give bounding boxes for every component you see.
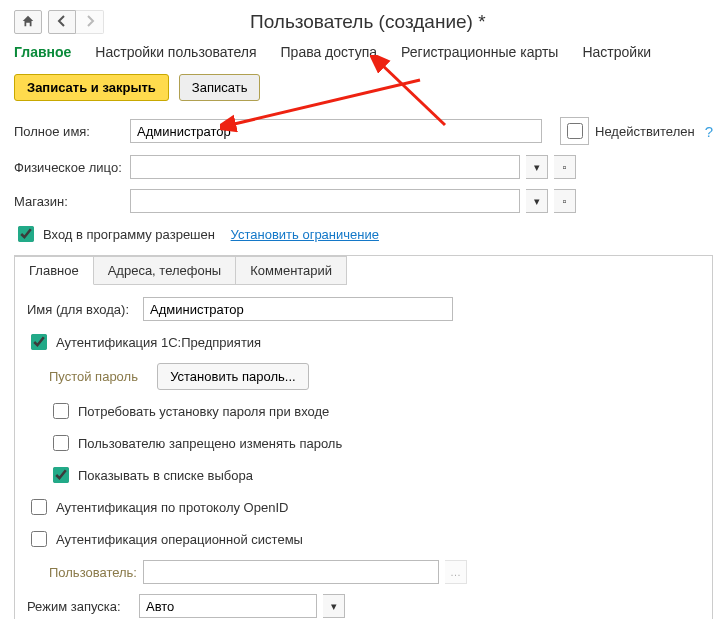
ellipsis-icon: …	[450, 566, 461, 578]
run-mode-dropdown-button[interactable]: ▾	[323, 594, 345, 618]
login-name-input[interactable]	[143, 297, 453, 321]
run-mode-select[interactable]	[139, 594, 317, 618]
home-button[interactable]	[14, 10, 42, 34]
store-open-button[interactable]: ▫	[554, 189, 576, 213]
tab-settings[interactable]: Настройки	[582, 44, 651, 60]
arrow-right-icon	[84, 15, 96, 30]
store-dropdown-button[interactable]: ▾	[526, 189, 548, 213]
store-label: Магазин:	[14, 194, 124, 209]
os-user-picker-button: …	[445, 560, 467, 584]
store-input[interactable]	[130, 189, 520, 213]
empty-password-label: Пустой пароль	[49, 369, 138, 384]
os-user-label: Пользователь:	[49, 565, 137, 580]
tab-reg-cards[interactable]: Регистрационные карты	[401, 44, 558, 60]
tab-user-settings[interactable]: Настройки пользователя	[95, 44, 256, 60]
main-panel: Главное Адреса, телефоны Комментарий Имя…	[14, 255, 713, 619]
login-allowed-label: Вход в программу разрешен	[43, 227, 215, 242]
login-allowed-checkbox[interactable]	[18, 226, 34, 242]
save-and-close-button[interactable]: Записать и закрыть	[14, 74, 169, 101]
person-dropdown-button[interactable]: ▾	[526, 155, 548, 179]
save-button[interactable]: Записать	[179, 74, 261, 101]
inner-tab-comment[interactable]: Комментарий	[236, 256, 347, 285]
forbid-pw-change-checkbox[interactable]	[53, 435, 69, 451]
inner-tab-addresses[interactable]: Адреса, телефоны	[94, 256, 237, 285]
require-pw-change-label: Потребовать установку пароля при входе	[78, 404, 329, 419]
top-tabs: Главное Настройки пользователя Права дос…	[14, 44, 713, 60]
chevron-down-icon: ▾	[331, 600, 337, 613]
invalid-label: Недействителен	[595, 124, 695, 139]
tab-main[interactable]: Главное	[14, 44, 71, 60]
page-title: Пользователь (создание) *	[250, 11, 486, 33]
auth-1c-checkbox[interactable]	[31, 334, 47, 350]
home-icon	[21, 14, 35, 31]
tab-access-rights[interactable]: Права доступа	[281, 44, 377, 60]
show-in-list-label: Показывать в списке выбора	[78, 468, 253, 483]
forward-button	[76, 10, 104, 34]
chevron-down-icon: ▾	[534, 195, 540, 208]
person-open-button[interactable]: ▫	[554, 155, 576, 179]
help-icon[interactable]: ?	[705, 123, 713, 140]
inner-tab-main[interactable]: Главное	[15, 256, 94, 285]
os-user-input	[143, 560, 439, 584]
auth-openid-checkbox[interactable]	[31, 499, 47, 515]
person-label: Физическое лицо:	[14, 160, 124, 175]
open-icon: ▫	[563, 161, 567, 173]
auth-openid-label: Аутентификация по протоколу OpenID	[56, 500, 288, 515]
show-in-list-checkbox[interactable]	[53, 467, 69, 483]
login-name-label: Имя (для входа):	[27, 302, 137, 317]
auth-1c-label: Аутентификация 1С:Предприятия	[56, 335, 261, 350]
run-mode-label: Режим запуска:	[27, 599, 133, 614]
full-name-input[interactable]	[130, 119, 542, 143]
forbid-pw-change-label: Пользователю запрещено изменять пароль	[78, 436, 342, 451]
auth-os-checkbox[interactable]	[31, 531, 47, 547]
full-name-label: Полное имя:	[14, 124, 124, 139]
chevron-down-icon: ▾	[534, 161, 540, 174]
set-password-button[interactable]: Установить пароль...	[157, 363, 308, 390]
open-icon: ▫	[563, 195, 567, 207]
auth-os-label: Аутентификация операционной системы	[56, 532, 303, 547]
require-pw-change-checkbox[interactable]	[53, 403, 69, 419]
person-input[interactable]	[130, 155, 520, 179]
arrow-left-icon	[56, 15, 68, 30]
invalid-checkbox[interactable]	[567, 123, 583, 139]
set-restriction-link[interactable]: Установить ограничение	[231, 227, 379, 242]
back-button[interactable]	[48, 10, 76, 34]
